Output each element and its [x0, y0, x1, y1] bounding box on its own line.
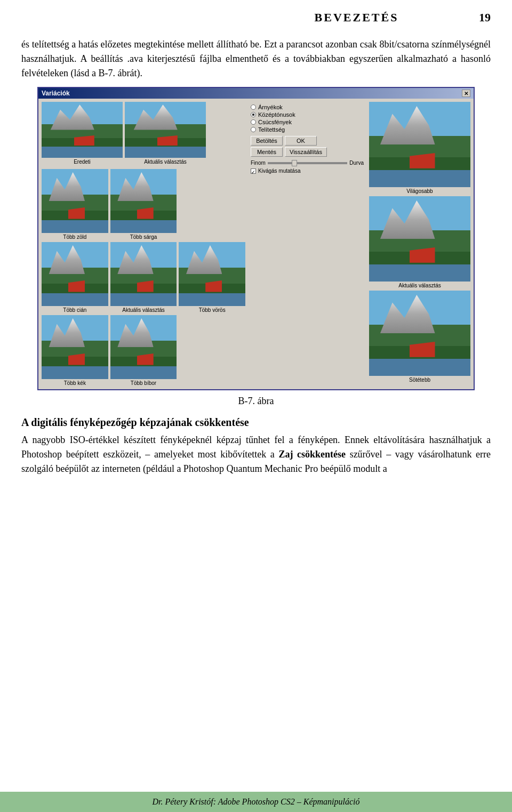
- bottom-section: A digitális fényképezőgép képzajának csö…: [0, 416, 512, 493]
- radio-saturation-circle: [251, 127, 256, 132]
- thumb-lighter[interactable]: Világosabb: [369, 102, 470, 194]
- reset-button[interactable]: Visszaállítás: [285, 147, 327, 157]
- radio-shadows-label: Árnyékok: [258, 104, 283, 110]
- thumb-more-green[interactable]: Több zöld: [42, 169, 108, 240]
- load-button[interactable]: Betöltés: [251, 136, 283, 146]
- coarse-label: Durva: [349, 160, 364, 166]
- section-heading: A digitális fényképezőgép képzajának csö…: [21, 416, 491, 429]
- thumb-original: Eredeti: [42, 102, 123, 165]
- radio-highlights-circle: [251, 119, 256, 125]
- radio-midtones-circle: [251, 112, 256, 117]
- dialog-right-column: Világosabb Aktuális választás Sötétebb: [369, 102, 470, 386]
- thumb-more-red-label: Több vörös: [199, 307, 226, 313]
- thumb-current-top-label: Aktuális választás: [144, 159, 186, 165]
- save-button[interactable]: Mentés: [251, 147, 283, 157]
- button-row-2: Mentés Visszaállítás: [251, 147, 364, 157]
- thumb-current-right-label: Aktuális választás: [398, 283, 441, 288]
- thumb-darker-label: Sötétebb: [409, 377, 430, 383]
- dialog-titlebar: Variációk ✕: [38, 88, 474, 99]
- dialog-title: Variációk: [42, 90, 70, 97]
- radio-group: Árnyékok Középtónusok Csúcsfények Telíte…: [251, 104, 364, 133]
- thumb-more-blue[interactable]: Több kék: [42, 315, 108, 386]
- paragraph-1: és telítettség a hatás előzetes megtekin…: [21, 37, 491, 81]
- thumb-current-grid[interactable]: Aktuális választás: [110, 242, 177, 313]
- figure-caption: B-7. ábra: [21, 396, 491, 407]
- thumb-current-grid-label: Aktuális választás: [122, 307, 164, 313]
- thumb-more-magenta[interactable]: Több bíbor: [110, 315, 177, 386]
- thumb-original-label: Eredeti: [74, 159, 91, 165]
- radio-saturation[interactable]: Telítettség: [251, 126, 364, 133]
- ok-button[interactable]: OK: [285, 136, 317, 146]
- thumb-more-yellow[interactable]: Több sárga: [110, 169, 177, 240]
- page-header: BEVEZETÉS 19: [21, 11, 491, 25]
- page-number: 19: [479, 11, 491, 25]
- thumb-more-green-label: Több zöld: [63, 234, 86, 240]
- bold-text: Zaj csökkentése: [278, 449, 346, 460]
- radio-shadows-circle: [251, 104, 256, 110]
- slider-track[interactable]: [268, 162, 348, 164]
- radio-shadows[interactable]: Árnyékok: [251, 104, 364, 110]
- thumb-darker[interactable]: Sötétebb: [369, 291, 470, 383]
- thumb-more-yellow-label: Több sárga: [130, 234, 157, 240]
- thumb-more-red[interactable]: Több vörös: [179, 242, 245, 313]
- radio-midtones[interactable]: Középtónusok: [251, 111, 364, 118]
- paragraph-2: A nagyobb ISO-értékkel készített fénykép…: [21, 433, 491, 476]
- thumb-current-top: Aktuális választás: [125, 102, 206, 165]
- dialog-controls: Árnyékok Középtónusok Csúcsfények Telíte…: [249, 102, 366, 386]
- checkbox-label: Kivágás mutatása: [258, 168, 301, 174]
- fine-coarse-slider[interactable]: Finom Durva: [251, 160, 364, 166]
- footer-text: Dr. Pétery Kristóf: Adobe Photoshop CS2 …: [152, 797, 359, 806]
- thumb-more-cyan-label: Több cián: [63, 307, 86, 313]
- radio-midtones-label: Középtónusok: [258, 111, 295, 118]
- fine-label: Finom: [251, 160, 266, 166]
- thumb-more-blue-label: Több kék: [64, 380, 86, 386]
- checkbox-icon: [251, 168, 256, 174]
- chapter-title: BEVEZETÉS: [245, 11, 468, 25]
- radio-saturation-label: Telítettség: [258, 126, 285, 133]
- radio-highlights[interactable]: Csúcsfények: [251, 119, 364, 125]
- thumb-more-cyan[interactable]: Több cián: [42, 242, 108, 313]
- button-row-1: Betöltés OK: [251, 136, 364, 146]
- footer-bar: Dr. Pétery Kristóf: Adobe Photoshop CS2 …: [0, 792, 512, 812]
- variациок-dialog: Variációk ✕ Eredeti: [37, 87, 475, 390]
- radio-highlights-label: Csúcsfények: [258, 119, 292, 125]
- crop-preview-checkbox[interactable]: Kivágás mutatása: [251, 168, 364, 174]
- thumb-current-right[interactable]: Aktuális választás: [369, 196, 470, 288]
- dialog-close-button[interactable]: ✕: [462, 90, 470, 97]
- thumb-more-magenta-label: Több bíbor: [131, 380, 156, 386]
- thumb-lighter-label: Világosabb: [406, 188, 433, 194]
